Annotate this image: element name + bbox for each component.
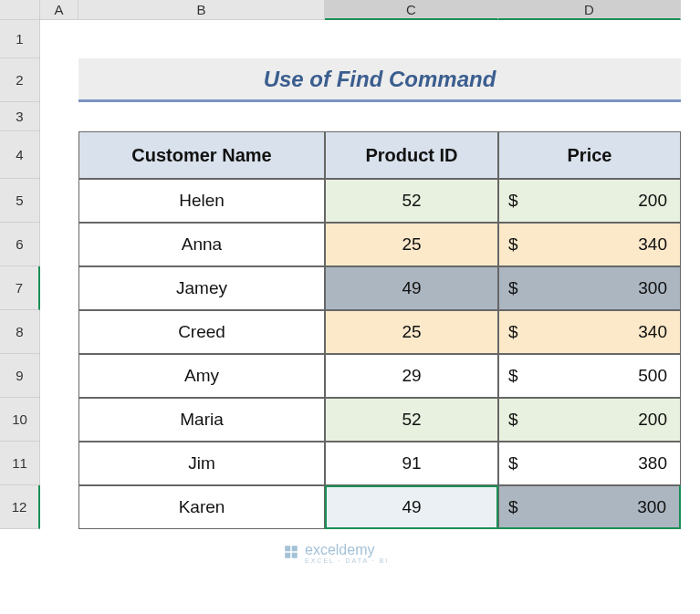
- row-header-11[interactable]: 11: [0, 442, 40, 485]
- cell-A5[interactable]: [40, 179, 78, 223]
- cell-A9[interactable]: [40, 354, 78, 398]
- row-header-9[interactable]: 9: [0, 354, 40, 398]
- cell-D11[interactable]: $380: [498, 442, 681, 485]
- col-header-C[interactable]: C: [325, 0, 498, 20]
- cell-C9[interactable]: 29: [325, 354, 498, 398]
- price-value: 380: [638, 453, 667, 474]
- row-header-1[interactable]: 1: [0, 20, 40, 58]
- col-header-A[interactable]: A: [40, 0, 78, 20]
- header-product[interactable]: Product ID: [325, 131, 498, 179]
- watermark: exceldemy EXCEL · DATA · BI: [283, 543, 389, 564]
- currency-symbol: $: [508, 322, 518, 342]
- cell-B8[interactable]: Creed: [78, 310, 325, 354]
- currency-symbol: $: [508, 366, 518, 386]
- cell-A12[interactable]: [40, 485, 78, 529]
- row-header-7[interactable]: 7: [0, 266, 40, 310]
- row-header-5[interactable]: 5: [0, 179, 40, 223]
- currency-symbol: $: [508, 453, 518, 474]
- cell-D10[interactable]: $200: [498, 398, 681, 442]
- watermark-sub: EXCEL · DATA · BI: [305, 557, 389, 564]
- select-all-corner[interactable]: [0, 0, 40, 20]
- cell-B5[interactable]: Helen: [78, 179, 325, 223]
- cell-C7[interactable]: 49: [325, 266, 498, 310]
- row-header-3[interactable]: 3: [0, 102, 40, 131]
- price-value: 340: [638, 234, 667, 255]
- title-cell[interactable]: Use of Find Command: [78, 58, 681, 102]
- cell-C8[interactable]: 25: [325, 310, 498, 354]
- cell-A4[interactable]: [40, 131, 78, 179]
- watermark-icon: [283, 544, 299, 564]
- currency-symbol: $: [508, 497, 518, 517]
- cell-D1[interactable]: [498, 20, 681, 58]
- cell-B6[interactable]: Anna: [78, 223, 325, 266]
- cell-B3[interactable]: [78, 102, 325, 131]
- col-header-B[interactable]: B: [78, 0, 325, 20]
- cell-B12[interactable]: Karen: [78, 485, 325, 529]
- cell-B1[interactable]: [78, 20, 325, 58]
- cell-C10[interactable]: 52: [325, 398, 498, 442]
- row-header-8[interactable]: 8: [0, 310, 40, 354]
- spreadsheet-grid: A B C D 1 2 Use of Find Command 3 4 Cust…: [0, 0, 700, 529]
- cell-C12-active[interactable]: 49: [325, 485, 498, 529]
- cell-A6[interactable]: [40, 223, 78, 266]
- watermark-brand: exceldemy: [305, 543, 389, 557]
- col-header-D[interactable]: D: [498, 0, 681, 20]
- cell-C1[interactable]: [325, 20, 498, 58]
- cell-B9[interactable]: Amy: [78, 354, 325, 398]
- price-value: 340: [638, 322, 667, 342]
- cell-A3[interactable]: [40, 102, 78, 131]
- cell-D9[interactable]: $500: [498, 354, 681, 398]
- cell-D8[interactable]: $340: [498, 310, 681, 354]
- cell-C11[interactable]: 91: [325, 442, 498, 485]
- price-value: 200: [638, 191, 667, 211]
- cell-D6[interactable]: $340: [498, 223, 681, 266]
- cell-A7[interactable]: [40, 266, 78, 310]
- row-header-10[interactable]: 10: [0, 398, 40, 442]
- cell-A11[interactable]: [40, 442, 78, 485]
- cell-C5[interactable]: 52: [325, 179, 498, 223]
- cell-A8[interactable]: [40, 310, 78, 354]
- cell-D3[interactable]: [498, 102, 681, 131]
- cell-B10[interactable]: Maria: [78, 398, 325, 442]
- price-value: 300: [638, 278, 667, 298]
- price-value: 300: [637, 497, 666, 517]
- header-price[interactable]: Price: [498, 131, 681, 179]
- row-header-6[interactable]: 6: [0, 223, 40, 266]
- cell-D12[interactable]: $300: [498, 485, 681, 529]
- currency-symbol: $: [508, 410, 518, 430]
- currency-symbol: $: [508, 234, 518, 255]
- row-header-2[interactable]: 2: [0, 58, 40, 102]
- cell-D7[interactable]: $300: [498, 266, 681, 310]
- cell-B7[interactable]: Jamey: [78, 266, 325, 310]
- cell-B11[interactable]: Jim: [78, 442, 325, 485]
- cell-A10[interactable]: [40, 398, 78, 442]
- cell-C3[interactable]: [325, 102, 498, 131]
- price-value: 200: [638, 410, 667, 430]
- cell-A2[interactable]: [40, 58, 78, 102]
- cell-A1[interactable]: [40, 20, 78, 58]
- cell-D5[interactable]: $200: [498, 179, 681, 223]
- header-customer[interactable]: Customer Name: [78, 131, 325, 179]
- currency-symbol: $: [508, 191, 518, 211]
- row-header-4[interactable]: 4: [0, 131, 40, 179]
- price-value: 500: [638, 366, 667, 386]
- currency-symbol: $: [508, 278, 518, 298]
- row-header-12[interactable]: 12: [0, 485, 40, 529]
- cell-C6[interactable]: 25: [325, 223, 498, 266]
